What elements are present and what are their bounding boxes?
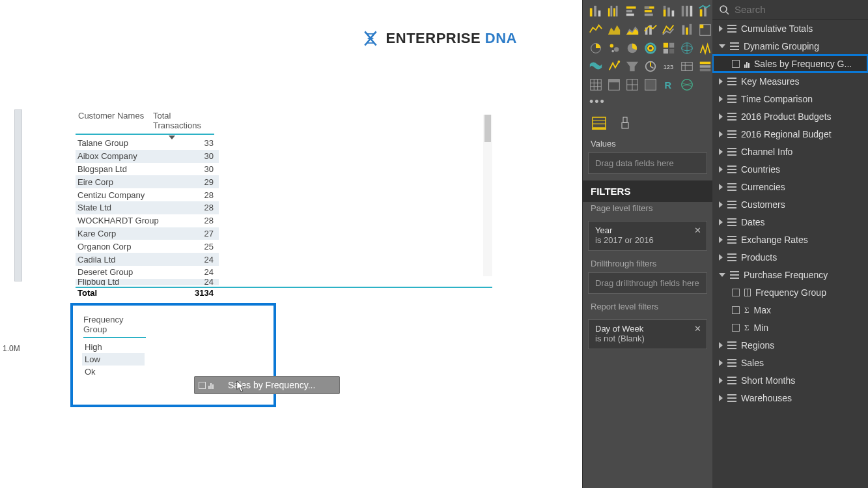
table-row[interactable]: Blogspan Ltd30 [76,163,219,176]
viz-gauge[interactable] [643,59,658,74]
fields-tab[interactable] [592,117,606,130]
table-row[interactable]: WOCKHARDT Group28 [76,214,219,227]
viz-waterfall[interactable] [679,22,695,38]
cursor-icon [235,380,247,394]
year-filter-chip[interactable]: ✕ Year is 2017 or 2016 [588,221,707,251]
viz-card[interactable]: 123 [661,59,677,74]
field-item[interactable]: Frequency Group [712,283,868,301]
customer-table-visual[interactable]: Customer Names Total Transactions Talane… [76,109,492,287]
values-drop-zone[interactable]: Drag data fields here [588,152,707,174]
checkbox[interactable] [732,60,740,68]
field-table[interactable]: Channel Info [712,143,868,160]
viz-treemap[interactable] [697,22,713,38]
scrollbar-thumb[interactable] [484,115,491,142]
viz-globe[interactable] [679,40,695,56]
viz-filled-map[interactable] [588,59,604,74]
viz-pie[interactable] [588,40,604,56]
freq-item[interactable]: Low [82,353,145,366]
drag-field-chip[interactable]: Sales by Frequency... [194,376,340,394]
table-row[interactable]: Eire Corp29 [76,175,219,188]
viz-combo-chart[interactable] [697,4,713,20]
close-icon[interactable]: ✕ [694,225,701,235]
field-table[interactable]: Sales [712,354,868,371]
checkbox[interactable] [732,289,740,296]
table-row[interactable]: Centizu Company28 [76,188,219,201]
close-icon[interactable]: ✕ [694,324,701,334]
viz-slicer[interactable] [697,59,713,74]
dow-filter-chip[interactable]: ✕ Day of Week is not (Blank) [588,319,707,349]
table-row[interactable]: Talane Group33 [76,137,219,150]
field-table[interactable]: Regions [712,336,868,354]
field-table[interactable]: Warehouses [712,389,868,407]
table-row[interactable]: Cadila Ltd24 [76,253,219,266]
table-row[interactable]: Flipbug Ltd24 [76,279,219,285]
field-table[interactable]: Currencies [712,178,868,195]
viz-ring[interactable] [643,40,658,56]
field-table[interactable]: Countries [712,160,868,178]
freq-item[interactable]: Ok [82,366,145,378]
viz-scatter[interactable] [606,40,622,56]
drillthrough-drop-zone[interactable]: Drag drillthrough fields here [588,272,707,294]
field-table[interactable]: Short Months [712,371,868,389]
field-table[interactable]: Exchange Rates [712,231,868,248]
more-visuals-button[interactable]: ••• [583,93,712,111]
viz-ribbon[interactable] [661,22,677,38]
viz-kpi[interactable] [679,59,695,74]
field-table[interactable]: 2016 Regional Budget [712,125,868,143]
viz-clustered-bar[interactable] [606,4,622,20]
table-row[interactable]: Kare Corp27 [76,227,219,240]
filter-desc: is not (Blank) [595,334,700,343]
field-item[interactable]: Sales by Frequency G... [712,55,868,72]
freq-header[interactable]: Frequency Group [83,315,146,338]
report-canvas[interactable]: ENTERPRISE DNA 1.0M Customer Names Total… [0,0,582,488]
viz-100-stacked[interactable] [679,4,695,20]
caret-icon [719,78,723,85]
viz-area-chart[interactable] [606,22,622,38]
column-header-name[interactable]: Customer Names [76,109,150,135]
table-row[interactable]: Organon Corp25 [76,240,219,253]
viz-shape-map[interactable] [606,59,622,74]
viz-arcgis[interactable] [679,77,695,93]
field-table[interactable]: 2016 Product Budgets [712,108,868,125]
viz-matrix[interactable] [606,77,622,93]
viz-blank[interactable] [643,77,658,93]
table-row[interactable]: State Ltd28 [76,201,219,214]
table-scrollbar[interactable] [483,115,492,276]
field-table[interactable]: Products [712,248,868,266]
viz-donut[interactable] [624,40,640,56]
field-table[interactable]: Cumulative Totals [712,20,868,37]
viz-table[interactable] [588,77,604,93]
column-header-value[interactable]: Total Transactions [150,109,214,135]
field-table[interactable]: Time Comparison [712,90,868,108]
viz-line-chart[interactable] [588,22,604,38]
field-item[interactable]: ΣMin [712,319,868,336]
viz-matrix-heat[interactable] [661,40,677,56]
table-row[interactable]: Aibox Company30 [76,150,219,163]
checkbox[interactable] [732,306,740,314]
field-table[interactable]: Purchase Frequency [712,266,868,283]
viz-funnel[interactable] [624,59,640,74]
frequency-group-visual[interactable]: Frequency Group HighLowOk Sales by Frequ… [70,303,276,407]
field-item[interactable]: ΣMax [712,301,868,319]
field-table[interactable]: Customers [712,195,868,213]
field-table[interactable]: Dates [712,213,868,231]
viz-stacked-bar[interactable] [588,4,604,20]
viz-funnel-alt[interactable] [697,40,713,56]
viz-multi-row[interactable] [624,77,640,93]
viz-stacked-area[interactable] [624,22,640,38]
search-input[interactable] [735,4,861,15]
field-label: Max [754,305,771,315]
viz-stacked-column[interactable] [661,4,677,20]
viz-clustered-bar-h[interactable] [643,4,658,20]
viz-line-column[interactable] [643,22,658,38]
format-tab[interactable] [618,117,632,130]
field-table[interactable]: Key Measures [712,72,868,90]
filter-title: Day of Week [595,324,700,334]
freq-item[interactable]: High [82,341,145,353]
table-row[interactable]: Deseret Group24 [76,266,219,279]
field-table[interactable]: Dynamic Grouping [712,37,868,55]
checkbox[interactable] [732,324,740,332]
viz-stacked-bar-h[interactable] [624,4,640,20]
viz-r-visual[interactable]: R [661,77,677,93]
field-label: Exchange Rates [741,235,808,245]
